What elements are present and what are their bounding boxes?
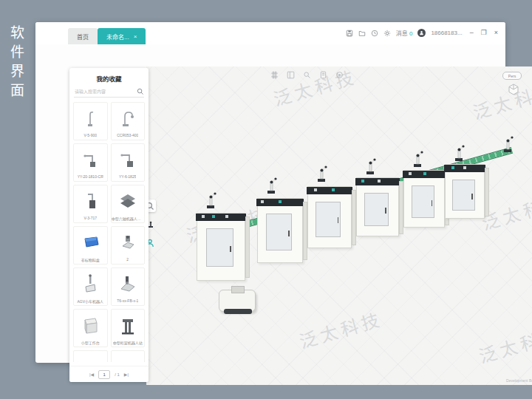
- bracket-thumb-icon: [81, 351, 100, 362]
- part-thumb-icon: [118, 351, 137, 362]
- list-item[interactable]: 中型六轴机器人底座: [111, 185, 146, 223]
- pagination-bar: |◀ / 1 ▶|: [69, 366, 149, 382]
- close-button[interactable]: ×: [494, 30, 498, 36]
- minimize-button[interactable]: –: [470, 30, 474, 36]
- machine-station[interactable]: [307, 186, 352, 248]
- list-item[interactable]: YY-6-1825: [111, 143, 146, 182]
- gantry-frame-thumb-icon: [119, 310, 137, 340]
- gear-icon[interactable]: [383, 30, 391, 37]
- search-icon[interactable]: [137, 88, 143, 95]
- list-item[interactable]: V-3-717: [73, 185, 108, 223]
- dev-build-label: Development Build: [506, 378, 532, 383]
- panel-title: 我的收藏: [69, 68, 149, 86]
- list-item[interactable]: [111, 350, 146, 362]
- agv-thumb-icon: [82, 268, 98, 299]
- tab-untitled[interactable]: 未命名... ×: [98, 28, 146, 44]
- page-total-label: / 1: [115, 372, 120, 377]
- tab-home[interactable]: 首页: [68, 28, 98, 44]
- user-phone[interactable]: 18668183...: [431, 30, 462, 36]
- material-bin-thumb-icon: [81, 227, 100, 257]
- clamp-thumb-icon: [118, 268, 137, 299]
- robot-arm[interactable]: [263, 176, 281, 195]
- viewport-3d[interactable]: 泛太科技 泛太科技 泛太科技 泛太科技 泛太科技 泛太科技 Pers: [146, 66, 532, 385]
- robot-arm-thumb-icon: [82, 103, 98, 133]
- favorites-panel: 我的收藏 请输入搜索内容 V-5-900 CCR053-400 YY-20-18…: [69, 68, 149, 382]
- list-item[interactable]: YY-20-1810-CR: [73, 143, 108, 182]
- robot-arm[interactable]: [451, 143, 468, 163]
- page-side-caption: 软件界面: [6, 25, 26, 102]
- arm-vertical-thumb-icon: [82, 185, 98, 216]
- workbench-thumb-icon: [81, 310, 100, 340]
- robot-arm[interactable]: [362, 157, 380, 176]
- messages-label[interactable]: 消息 0: [396, 29, 413, 37]
- maximize-button[interactable]: ❐: [481, 30, 487, 36]
- robot-arm[interactable]: [409, 149, 427, 168]
- user-avatar[interactable]: [417, 29, 426, 37]
- machine-station[interactable]: [356, 177, 399, 236]
- list-item[interactable]: 非标物料盒: [73, 226, 108, 265]
- last-page-button[interactable]: ▶|: [124, 372, 129, 377]
- page-number-input[interactable]: [98, 370, 110, 379]
- robot-arm[interactable]: [202, 191, 220, 210]
- assembly-line-scene[interactable]: [146, 66, 532, 385]
- messages-count-badge: 0: [409, 30, 412, 37]
- list-item[interactable]: V-5-900: [73, 102, 108, 140]
- list-item[interactable]: 中型桁架机器人站: [111, 309, 146, 347]
- list-item[interactable]: AGV小车机器人: [73, 267, 108, 306]
- machine-station[interactable]: [257, 198, 303, 263]
- tab-bar: 首页 未命名... ×: [68, 28, 146, 44]
- arm-l-thumb-icon: [119, 144, 137, 174]
- window-titlebar: 首页 未命名... × 消息 0 18668183... – ❐ ×: [35, 22, 505, 44]
- tab-close-icon[interactable]: ×: [134, 33, 137, 40]
- history-clock-icon[interactable]: [371, 30, 378, 37]
- search-input[interactable]: 请输入搜索内容: [74, 86, 144, 98]
- machine-station[interactable]: [197, 213, 245, 281]
- arm-l-thumb-icon: [81, 144, 99, 174]
- robot-hook-thumb-icon: [119, 103, 137, 133]
- search-placeholder: 请输入搜索内容: [75, 88, 106, 95]
- list-item[interactable]: 小型工作台: [73, 309, 108, 347]
- gripper-machine-thumb-icon: [118, 227, 137, 257]
- folder-icon[interactable]: [358, 30, 366, 37]
- robot-arm[interactable]: [313, 164, 331, 183]
- app-window: 首页 未命名... × 消息 0 18668183... – ❐ × 泛太科技 …: [35, 22, 505, 363]
- favorites-grid: V-5-900 CCR053-400 YY-20-1810-CR YY-6-18…: [69, 102, 149, 362]
- agv-robot[interactable]: [219, 290, 256, 312]
- titlebar-actions: 消息 0 18668183... – ❐ ×: [346, 29, 498, 37]
- first-page-button[interactable]: |◀: [89, 372, 94, 377]
- base-plate-thumb-icon: [118, 185, 137, 216]
- machine-station[interactable]: [445, 164, 485, 219]
- list-item[interactable]: T6-xx-FB-x-1: [111, 267, 146, 306]
- machine-station[interactable]: [403, 170, 445, 228]
- list-item[interactable]: CCR053-400: [111, 102, 146, 140]
- list-item[interactable]: 2: [111, 226, 146, 265]
- save-icon[interactable]: [346, 30, 353, 37]
- list-item[interactable]: [73, 350, 108, 362]
- robot-arm[interactable]: [499, 134, 517, 154]
